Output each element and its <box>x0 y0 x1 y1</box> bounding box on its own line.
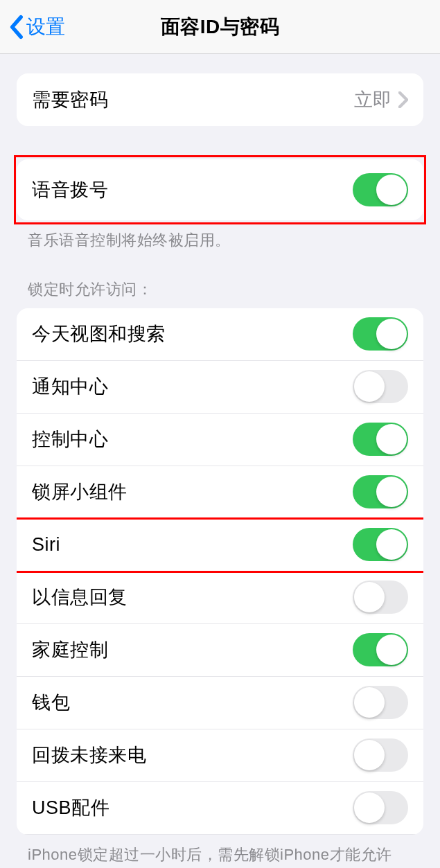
require-passcode-value: 立即 <box>354 87 391 112</box>
lock-access-cell: 以信息回复 <box>17 572 423 624</box>
lock-access-label: USB配件 <box>32 795 353 820</box>
lock-access-cell: 锁屏小组件 <box>17 466 423 519</box>
lock-access-toggle[interactable] <box>353 791 408 824</box>
lock-access-toggle[interactable] <box>353 475 408 508</box>
lock-access-cell: 通知中心 <box>17 361 423 414</box>
lock-access-label: 以信息回复 <box>32 585 353 610</box>
lock-access-label: 钱包 <box>32 690 353 715</box>
toggle-knob <box>376 635 407 665</box>
chevron-left-icon <box>8 15 24 39</box>
lock-access-toggle[interactable] <box>353 581 408 614</box>
toggle-knob <box>354 792 385 823</box>
toggle-knob <box>376 424 407 454</box>
chevron-right-icon <box>398 91 408 108</box>
lock-access-toggle[interactable] <box>353 317 408 351</box>
back-button[interactable]: 设置 <box>8 14 65 40</box>
lock-access-label: Siri <box>32 534 353 556</box>
voice-dial-cell: 语音拨号 <box>17 159 423 220</box>
lock-access-cell: 今天视图和搜索 <box>17 308 423 361</box>
toggle-knob <box>354 371 385 402</box>
lock-access-toggle[interactable] <box>353 686 408 719</box>
lock-access-label: 控制中心 <box>32 427 353 452</box>
lock-access-label: 回拨未接来电 <box>32 743 353 768</box>
page-title: 面容ID与密码 <box>161 14 280 40</box>
lock-access-label: 锁屏小组件 <box>32 479 353 504</box>
toggle-knob <box>354 582 385 612</box>
toggle-knob <box>354 740 385 770</box>
lock-access-toggle[interactable] <box>353 738 408 772</box>
lock-access-cell: USB配件 <box>17 782 423 835</box>
require-passcode-label: 需要密码 <box>32 87 354 112</box>
lock-access-cell: 钱包 <box>17 677 423 729</box>
voice-dial-label: 语音拨号 <box>32 177 353 202</box>
group-voice-dial: 语音拨号 音乐语音控制将始终被启用。 <box>0 159 440 251</box>
nav-bar: 设置 面容ID与密码 <box>0 0 440 54</box>
lock-access-label: 今天视图和搜索 <box>32 321 353 346</box>
lock-access-toggle[interactable] <box>353 633 408 666</box>
voice-dial-footer: 音乐语音控制将始终被启用。 <box>28 230 412 251</box>
lock-access-toggle[interactable] <box>353 370 408 403</box>
lock-access-toggle[interactable] <box>353 528 408 561</box>
lock-access-cell: 回拨未接来电 <box>17 729 423 782</box>
lock-access-header: 锁定时允许访问： <box>28 279 412 300</box>
toggle-knob <box>354 687 385 718</box>
lock-access-toggle[interactable] <box>353 423 408 456</box>
group-lock-access: 锁定时允许访问： 今天视图和搜索通知中心控制中心锁屏小组件Siri以信息回复家庭… <box>0 279 440 868</box>
lock-access-cell: Siri <box>17 519 423 572</box>
lock-access-label: 通知中心 <box>32 374 353 399</box>
require-passcode-cell[interactable]: 需要密码 立即 <box>17 73 423 126</box>
toggle-knob <box>376 477 407 507</box>
group-passcode: 需要密码 立即 <box>0 73 440 126</box>
lock-access-footer: iPhone锁定超过一小时后，需先解锁iPhone才能允许USB配件连接。 <box>28 844 412 868</box>
lock-access-label: 家庭控制 <box>32 637 353 662</box>
toggle-knob <box>376 529 407 560</box>
back-label: 设置 <box>26 14 65 40</box>
toggle-knob <box>376 175 407 205</box>
lock-access-cell: 家庭控制 <box>17 624 423 677</box>
voice-dial-toggle[interactable] <box>353 173 408 206</box>
toggle-knob <box>376 319 407 349</box>
lock-access-cell: 控制中心 <box>17 414 423 466</box>
